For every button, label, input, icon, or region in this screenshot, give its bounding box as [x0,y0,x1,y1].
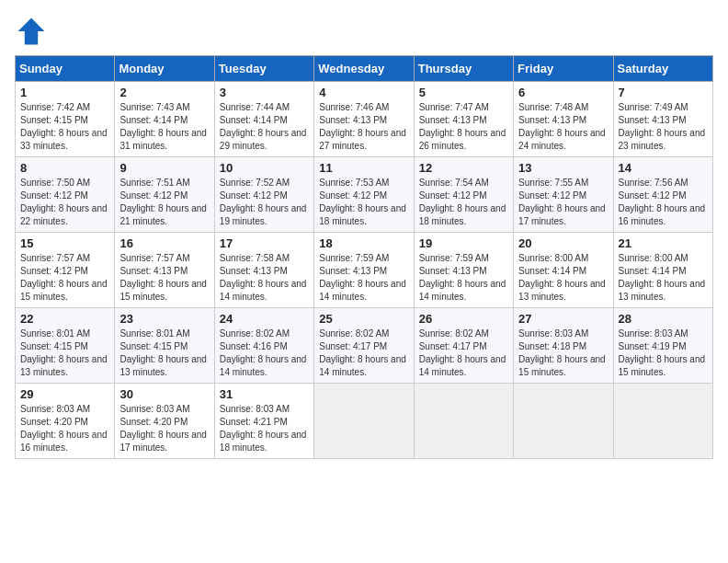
day-of-week-header: Wednesday [314,56,414,82]
cell-daylight: Daylight: 8 hours and 14 minutes. [220,354,307,377]
calendar-cell: 9 Sunrise: 7:51 AM Sunset: 4:12 PM Dayli… [115,157,214,233]
day-number: 22 [20,312,109,326]
cell-sunset: Sunset: 4:19 PM [619,341,687,351]
cell-daylight: Daylight: 8 hours and 17 minutes. [119,430,207,453]
cell-sunrise: Sunrise: 7:57 AM [119,253,189,263]
day-number: 3 [220,86,309,99]
cell-daylight: Daylight: 8 hours and 16 minutes. [619,203,706,226]
day-number: 14 [619,161,708,175]
calendar-cell: 19 Sunrise: 7:59 AM Sunset: 4:13 PM Dayl… [414,233,513,308]
calendar-cell: 1 Sunrise: 7:42 AM Sunset: 4:15 PM Dayli… [16,82,115,157]
cell-daylight: Daylight: 8 hours and 18 minutes. [220,430,307,453]
cell-daylight: Daylight: 8 hours and 24 minutes. [518,128,606,151]
day-of-week-header: Monday [115,56,214,82]
calendar-cell: 13 Sunrise: 7:55 AM Sunset: 4:12 PM Dayl… [514,157,613,233]
calendar-cell: 17 Sunrise: 7:58 AM Sunset: 4:13 PM Dayl… [214,233,313,308]
cell-sunset: Sunset: 4:13 PM [319,266,387,276]
cell-sunrise: Sunrise: 8:03 AM [619,328,688,339]
cell-sunrise: Sunrise: 7:53 AM [319,178,389,188]
cell-sunset: Sunset: 4:12 PM [619,190,687,201]
day-number: 24 [220,312,309,326]
cell-daylight: Daylight: 8 hours and 15 minutes. [619,354,706,377]
cell-sunrise: Sunrise: 7:50 AM [20,178,90,188]
calendar-cell: 2 Sunrise: 7:43 AM Sunset: 4:14 PM Dayli… [115,82,214,157]
day-number: 27 [518,312,608,326]
calendar-cell: 7 Sunrise: 7:49 AM Sunset: 4:13 PM Dayli… [613,82,712,157]
cell-sunset: Sunset: 4:17 PM [419,341,487,351]
cell-sunset: Sunset: 4:13 PM [419,115,487,125]
cell-daylight: Daylight: 8 hours and 27 minutes. [319,128,406,151]
day-number: 1 [20,86,109,99]
cell-daylight: Daylight: 8 hours and 31 minutes. [119,128,207,151]
day-number: 28 [619,312,708,326]
cell-daylight: Daylight: 8 hours and 14 minutes. [319,354,406,377]
day-number: 9 [119,161,209,175]
calendar-table: SundayMondayTuesdayWednesdayThursdayFrid… [15,55,713,459]
cell-sunset: Sunset: 4:13 PM [119,266,188,276]
calendar-cell: 12 Sunrise: 7:54 AM Sunset: 4:12 PM Dayl… [414,157,513,233]
calendar-week-row: 29 Sunrise: 8:03 AM Sunset: 4:20 PM Dayl… [16,384,713,459]
cell-daylight: Daylight: 8 hours and 13 minutes. [20,354,108,377]
day-of-week-header: Thursday [414,56,513,82]
cell-sunrise: Sunrise: 7:52 AM [220,178,290,188]
day-of-week-header: Sunday [16,56,115,82]
cell-daylight: Daylight: 8 hours and 14 minutes. [419,279,506,302]
cell-sunset: Sunset: 4:13 PM [319,115,387,125]
calendar-cell: 28 Sunrise: 8:03 AM Sunset: 4:19 PM Dayl… [613,308,712,384]
cell-sunset: Sunset: 4:16 PM [220,341,288,351]
cell-daylight: Daylight: 8 hours and 26 minutes. [419,128,506,151]
page-header [15,15,713,48]
cell-sunset: Sunset: 4:13 PM [518,115,586,125]
cell-sunrise: Sunrise: 8:03 AM [119,404,189,414]
cell-sunrise: Sunrise: 8:02 AM [319,328,389,339]
cell-sunset: Sunset: 4:14 PM [220,115,288,125]
cell-sunset: Sunset: 4:12 PM [220,190,288,201]
calendar-cell: 24 Sunrise: 8:02 AM Sunset: 4:16 PM Dayl… [214,308,313,384]
calendar-cell [314,384,414,459]
cell-sunset: Sunset: 4:21 PM [220,417,288,427]
calendar-cell [414,384,513,459]
calendar-cell: 20 Sunrise: 8:00 AM Sunset: 4:14 PM Dayl… [514,233,613,308]
calendar-cell: 31 Sunrise: 8:03 AM Sunset: 4:21 PM Dayl… [214,384,313,459]
day-number: 20 [518,236,608,250]
day-number: 13 [518,161,608,175]
cell-sunrise: Sunrise: 7:57 AM [20,253,90,263]
cell-sunrise: Sunrise: 7:59 AM [419,253,489,263]
day-number: 26 [419,312,508,326]
cell-sunrise: Sunrise: 7:48 AM [518,102,588,112]
day-number: 18 [319,236,408,250]
calendar-cell: 21 Sunrise: 8:00 AM Sunset: 4:14 PM Dayl… [613,233,712,308]
cell-daylight: Daylight: 8 hours and 13 minutes. [619,279,706,302]
calendar-cell: 5 Sunrise: 7:47 AM Sunset: 4:13 PM Dayli… [414,82,513,157]
calendar-cell: 8 Sunrise: 7:50 AM Sunset: 4:12 PM Dayli… [16,157,115,233]
cell-sunset: Sunset: 4:15 PM [20,341,88,351]
calendar-cell [613,384,712,459]
calendar-cell: 18 Sunrise: 7:59 AM Sunset: 4:13 PM Dayl… [314,233,414,308]
calendar-cell: 29 Sunrise: 8:03 AM Sunset: 4:20 PM Dayl… [16,384,115,459]
day-number: 23 [119,312,209,326]
cell-sunrise: Sunrise: 8:03 AM [518,328,588,339]
cell-sunrise: Sunrise: 8:03 AM [220,404,290,414]
cell-sunrise: Sunrise: 8:02 AM [220,328,290,339]
cell-daylight: Daylight: 8 hours and 16 minutes. [20,430,108,453]
day-number: 15 [20,236,109,250]
logo-icon [15,15,48,48]
cell-daylight: Daylight: 8 hours and 15 minutes. [20,279,108,302]
calendar-cell: 14 Sunrise: 7:56 AM Sunset: 4:12 PM Dayl… [613,157,712,233]
cell-sunset: Sunset: 4:14 PM [619,266,687,276]
cell-daylight: Daylight: 8 hours and 22 minutes. [20,203,108,226]
logo [15,15,51,48]
cell-sunset: Sunset: 4:14 PM [119,115,188,125]
cell-sunset: Sunset: 4:20 PM [119,417,188,427]
cell-sunrise: Sunrise: 7:47 AM [419,102,489,112]
calendar-header-row: SundayMondayTuesdayWednesdayThursdayFrid… [16,56,713,82]
cell-sunset: Sunset: 4:18 PM [518,341,586,351]
calendar-cell: 16 Sunrise: 7:57 AM Sunset: 4:13 PM Dayl… [115,233,214,308]
calendar-cell: 22 Sunrise: 8:01 AM Sunset: 4:15 PM Dayl… [16,308,115,384]
cell-sunset: Sunset: 4:14 PM [518,266,586,276]
calendar-cell: 30 Sunrise: 8:03 AM Sunset: 4:20 PM Dayl… [115,384,214,459]
cell-sunset: Sunset: 4:15 PM [20,115,88,125]
cell-sunrise: Sunrise: 7:58 AM [220,253,290,263]
calendar-cell: 23 Sunrise: 8:01 AM Sunset: 4:15 PM Dayl… [115,308,214,384]
day-of-week-header: Tuesday [214,56,313,82]
